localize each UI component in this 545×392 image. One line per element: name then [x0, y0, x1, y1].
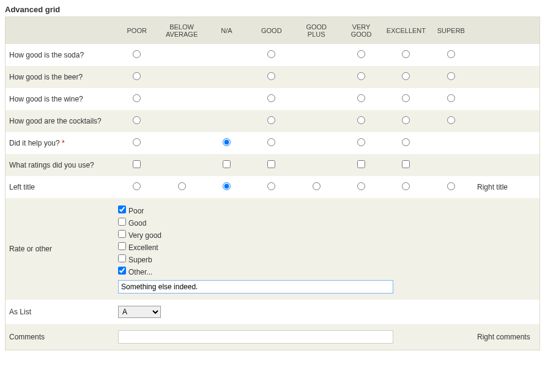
- cell: [204, 44, 249, 66]
- row-right-label: Right title: [473, 176, 540, 198]
- radio-input[interactable]: [267, 72, 275, 80]
- radio-input[interactable]: [178, 182, 186, 190]
- cell: [204, 154, 249, 176]
- radio-input[interactable]: [447, 182, 455, 190]
- cell: [114, 110, 159, 132]
- option-checkbox[interactable]: [118, 218, 126, 226]
- radio-input[interactable]: [267, 138, 275, 146]
- row-left: Left titleRight title: [6, 176, 540, 198]
- cell: [429, 88, 473, 110]
- row-right-label: [473, 44, 540, 66]
- cell: [294, 132, 339, 154]
- comments-input[interactable]: [118, 330, 393, 344]
- rate-or-other-content: PoorGoodVery goodExcellentSuperbOther...: [114, 198, 540, 300]
- as-list-select[interactable]: A: [118, 306, 161, 318]
- option-label: Very good: [128, 231, 161, 240]
- option-row: Very good: [118, 229, 536, 241]
- cell: [159, 66, 204, 88]
- radio-input[interactable]: [223, 138, 231, 146]
- option-label: Other...: [128, 268, 152, 276]
- radio-input[interactable]: [357, 72, 365, 80]
- option-checkbox[interactable]: [118, 230, 126, 238]
- header-row: POOR BELOW AVERAGE N/A GOOD GOOD PLUS VE…: [6, 17, 540, 45]
- option-label: Superb: [128, 256, 152, 264]
- cell: [294, 176, 339, 198]
- radio-input[interactable]: [267, 50, 275, 58]
- radio-input[interactable]: [402, 50, 410, 58]
- row-label: How good are the cocktails?: [6, 110, 115, 132]
- checkbox-input[interactable]: [357, 160, 365, 168]
- cell: [429, 44, 473, 66]
- radio-input[interactable]: [133, 116, 141, 124]
- header-right: [473, 17, 540, 45]
- row-rate-or-other: Rate or otherPoorGoodVery goodExcellentS…: [6, 198, 540, 300]
- radio-input[interactable]: [133, 94, 141, 102]
- radio-input[interactable]: [267, 182, 275, 190]
- row-as-list: As ListA: [6, 300, 540, 324]
- cell: [114, 176, 159, 198]
- cell: [339, 176, 384, 198]
- option-row: Other...: [118, 265, 536, 278]
- cell: [249, 44, 294, 66]
- cell: [339, 110, 384, 132]
- row-comments: CommentsRight comments: [6, 324, 540, 350]
- cell: [339, 88, 384, 110]
- required-mark: *: [62, 139, 65, 147]
- row-label: What ratings did you use?: [6, 154, 115, 176]
- radio-input[interactable]: [402, 72, 410, 80]
- option-checkbox[interactable]: [118, 267, 126, 275]
- radio-input[interactable]: [357, 94, 365, 102]
- row-label: As List: [6, 300, 115, 324]
- other-text-input[interactable]: [118, 280, 393, 294]
- radio-input[interactable]: [267, 94, 275, 102]
- radio-input[interactable]: [447, 94, 455, 102]
- row-label: How good is the beer?: [6, 66, 115, 88]
- radio-input[interactable]: [447, 72, 455, 80]
- cell: [159, 154, 204, 176]
- row-label: Rate or other: [6, 198, 115, 300]
- cell: [384, 44, 428, 66]
- cell: [159, 176, 204, 198]
- radio-input[interactable]: [223, 182, 231, 190]
- radio-input[interactable]: [357, 138, 365, 146]
- checkbox-input[interactable]: [267, 160, 275, 168]
- cell: [114, 154, 159, 176]
- cell: [339, 154, 384, 176]
- row-label: Left title: [6, 176, 115, 198]
- radio-input[interactable]: [447, 116, 455, 124]
- row-soda: How good is the soda?: [6, 44, 540, 66]
- option-checkbox[interactable]: [118, 254, 126, 262]
- radio-input[interactable]: [133, 50, 141, 58]
- radio-input[interactable]: [357, 182, 365, 190]
- row-label: Did it help you? *: [6, 132, 115, 154]
- cell: [384, 88, 428, 110]
- cell: [249, 176, 294, 198]
- radio-input[interactable]: [133, 72, 141, 80]
- cell: [294, 154, 339, 176]
- radio-input[interactable]: [357, 50, 365, 58]
- radio-input[interactable]: [267, 116, 275, 124]
- radio-input[interactable]: [402, 94, 410, 102]
- option-checkbox[interactable]: [118, 205, 126, 213]
- radio-input[interactable]: [402, 138, 410, 146]
- option-row: Poor: [118, 204, 536, 216]
- radio-input[interactable]: [357, 116, 365, 124]
- header-superb: SUPERB: [429, 17, 473, 45]
- radio-input[interactable]: [447, 50, 455, 58]
- cell: [204, 132, 249, 154]
- checkbox-input[interactable]: [223, 160, 231, 168]
- checkbox-input[interactable]: [402, 160, 410, 168]
- radio-input[interactable]: [402, 116, 410, 124]
- radio-input[interactable]: [133, 182, 141, 190]
- cell: [249, 66, 294, 88]
- cell: [384, 154, 428, 176]
- cell: [339, 66, 384, 88]
- radio-input[interactable]: [133, 138, 141, 146]
- radio-input[interactable]: [313, 182, 321, 190]
- advanced-grid-table: POOR BELOW AVERAGE N/A GOOD GOOD PLUS VE…: [5, 17, 540, 350]
- cell: [114, 66, 159, 88]
- option-label: Good: [128, 219, 146, 227]
- checkbox-input[interactable]: [133, 160, 141, 168]
- option-checkbox[interactable]: [118, 242, 126, 250]
- radio-input[interactable]: [402, 182, 410, 190]
